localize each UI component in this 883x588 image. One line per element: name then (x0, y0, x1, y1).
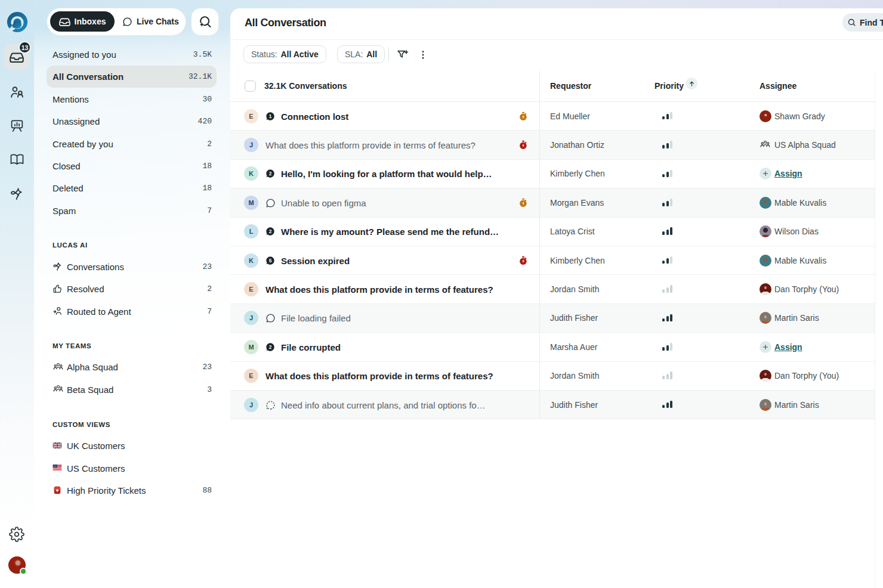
svg-text:2: 2 (269, 344, 272, 350)
svg-text:2: 2 (269, 228, 272, 234)
svg-text:2: 2 (269, 171, 272, 177)
svg-text:1: 1 (269, 113, 272, 119)
svg-text:5: 5 (269, 258, 272, 264)
